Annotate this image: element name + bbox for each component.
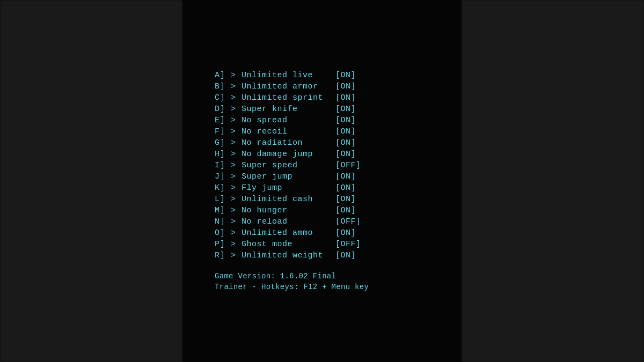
menu-item-key: B] > (215, 82, 241, 91)
menu-item-key: R] > (215, 251, 241, 260)
left-panel (0, 0, 182, 362)
menu-item-status: [ON] (335, 138, 356, 147)
menu-item-key: E] > (215, 116, 241, 125)
menu-item-label: No radiation (241, 138, 335, 147)
menu-item-key: L] > (215, 195, 241, 204)
menu-item[interactable]: E] >No spread[ON] (215, 116, 361, 125)
version-line: Game Version: 1.6.02 Final (215, 272, 369, 280)
menu-item-status: [ON] (335, 71, 356, 80)
menu-item[interactable]: G] >No radiation[ON] (215, 138, 361, 147)
menu-item[interactable]: J] >Super jump[ON] (215, 172, 361, 181)
menu-item-key: F] > (215, 127, 241, 136)
menu-item-label: Fly jump (241, 183, 335, 193)
menu-item-status: [ON] (335, 228, 356, 238)
menu-item[interactable]: I] >Super speed[OFF] (215, 161, 361, 170)
menu-item-key: J] > (215, 172, 241, 181)
menu-item-label: Unlimited cash (241, 195, 335, 204)
menu-item[interactable]: B] >Unlimited armor[ON] (215, 82, 361, 91)
menu-item[interactable]: P] >Ghost mode[OFF] (215, 240, 361, 249)
menu-item[interactable]: D] >Super knife[ON] (215, 105, 361, 114)
menu-item-label: Unlimited armor (241, 82, 335, 91)
menu-item[interactable]: C] >Unlimited sprint[ON] (215, 93, 361, 102)
right-panel (462, 0, 644, 362)
menu-item-label: No spread (241, 116, 335, 125)
menu-item-label: Super knife (241, 105, 335, 114)
menu-item-label: Unlimited weight (241, 251, 335, 260)
menu-list: A] >Unlimited live[ON]B] >Unlimited armo… (215, 71, 361, 262)
menu-item-status: [ON] (335, 251, 356, 260)
hotkeys-line: Trainer - Hotkeys: F12 + Menu key (215, 283, 369, 291)
menu-item-status: [ON] (335, 195, 356, 204)
menu-item-label: Unlimited live (241, 71, 335, 80)
menu-item-status: [OFF] (335, 217, 361, 226)
menu-item-status: [ON] (335, 150, 356, 159)
menu-item-label: No recoil (241, 127, 335, 136)
menu-item[interactable]: F] >No recoil[ON] (215, 127, 361, 136)
menu-item-status: [ON] (335, 105, 356, 114)
menu-item[interactable]: K] >Fly jump[ON] (215, 183, 361, 193)
menu-item-label: No damage jump (241, 150, 335, 159)
menu-item-key: D] > (215, 105, 241, 114)
menu-item-label: Super jump (241, 172, 335, 181)
menu-item[interactable]: M] >No hunger[ON] (215, 206, 361, 215)
menu-item-status: [ON] (335, 116, 356, 125)
menu-item[interactable]: O] >Unlimited ammo[ON] (215, 228, 361, 238)
menu-item-key: P] > (215, 240, 241, 249)
menu-item-key: G] > (215, 138, 241, 147)
menu-item-key: A] > (215, 71, 241, 80)
menu-item-status: [OFF] (335, 240, 361, 249)
menu-item-label: No hunger (241, 206, 335, 215)
menu-item-key: K] > (215, 183, 241, 193)
menu-item-status: [ON] (335, 183, 356, 193)
menu-item-status: [ON] (335, 172, 356, 181)
main-wrapper: A] >Unlimited live[ON]B] >Unlimited armo… (0, 0, 644, 362)
menu-item-key: H] > (215, 150, 241, 159)
menu-item[interactable]: R] >Unlimited weight[ON] (215, 251, 361, 260)
menu-item-key: O] > (215, 228, 241, 238)
menu-item-key: C] > (215, 93, 241, 102)
menu-item-label: Ghost mode (241, 240, 335, 249)
menu-item[interactable]: L] >Unlimited cash[ON] (215, 195, 361, 204)
menu-item-status: [ON] (335, 93, 356, 102)
menu-item-key: I] > (215, 161, 241, 170)
menu-item-label: Super speed (241, 161, 335, 170)
menu-item-label: Unlimited ammo (241, 228, 335, 238)
menu-item[interactable]: H] >No damage jump[ON] (215, 150, 361, 159)
menu-item-status: [ON] (335, 206, 356, 215)
menu-item-key: M] > (215, 206, 241, 215)
menu-item-key: N] > (215, 217, 241, 226)
footer: Game Version: 1.6.02 Final Trainer - Hot… (215, 272, 369, 291)
menu-item-status: [ON] (335, 82, 356, 91)
menu-item-label: No reload (241, 217, 335, 226)
menu-item[interactable]: A] >Unlimited live[ON] (215, 71, 361, 80)
center-screen: A] >Unlimited live[ON]B] >Unlimited armo… (182, 0, 462, 362)
menu-item-status: [ON] (335, 127, 356, 136)
menu-item[interactable]: N] >No reload[OFF] (215, 217, 361, 226)
menu-item-label: Unlimited sprint (241, 93, 335, 102)
menu-item-status: [OFF] (335, 161, 361, 170)
